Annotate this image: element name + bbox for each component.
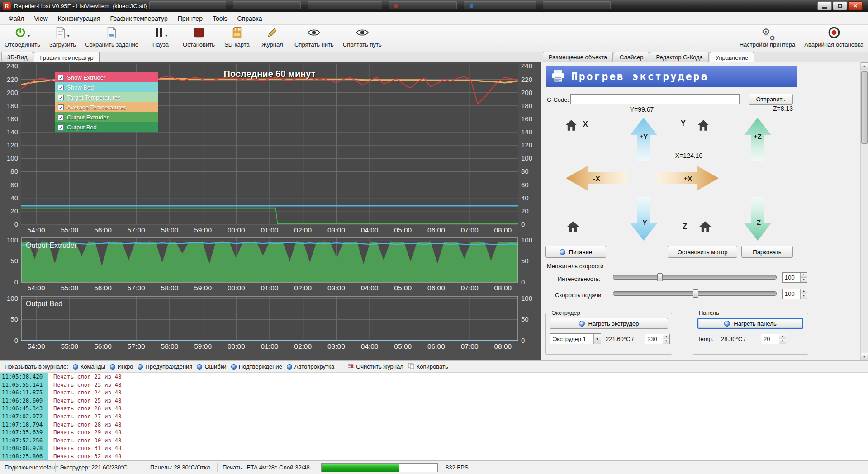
extruder-target-spinner[interactable]: 230▲▼ [645,334,670,344]
slider-thumb[interactable] [657,273,663,281]
checkbox-icon[interactable]: ✓ [58,85,64,90]
flowrate-slider[interactable] [613,273,777,281]
power-button[interactable]: Питание [545,246,606,258]
jog-plus-z-button[interactable]: +Z [744,118,771,161]
spinner-down-icon[interactable]: ▼ [779,339,786,344]
dropdown-arrow-icon[interactable]: ▾ [165,33,167,38]
dropdown-arrow-icon[interactable]: ▾ [67,33,69,38]
jog-minus-z-button[interactable]: -Z [744,197,771,241]
tab-slicer[interactable]: Слайсер [614,52,649,62]
emergency-stop-button[interactable]: Аварийная остановка [804,27,863,48]
home-z-icon[interactable] [699,221,711,232]
stop-button[interactable]: Остановить [183,27,215,48]
save-job-button[interactable]: Сохранить задание [85,27,138,48]
slider-thumb[interactable] [693,289,698,298]
dropdown-arrow-icon[interactable]: ▾ [28,33,30,38]
hide-filament-button[interactable]: Спрятать нить [294,27,334,48]
y-position-label: Y=99.67 [630,106,654,113]
disconnect-button[interactable]: ▾ Отсоединить [5,27,40,48]
legend-item[interactable]: ✓Output Bed [55,122,158,132]
legend-item[interactable]: ✓Show Bed [55,82,158,92]
tab-temp-curve[interactable]: График температур [34,52,99,62]
jog-plus-y-button[interactable]: +Y [630,118,657,161]
menu-printer[interactable]: Принтер [173,13,208,24]
checkbox-icon[interactable]: ✓ [58,104,64,110]
menu-file[interactable]: Файл [4,13,29,24]
checkbox-icon[interactable]: ✓ [58,95,64,100]
spinner-down-icon[interactable]: ▼ [663,339,669,344]
spinner-arrows[interactable]: ▲▼ [800,273,807,282]
chevron-down-icon[interactable]: ▼ [593,334,601,344]
spinner-up-icon[interactable]: ▲ [779,334,786,339]
checkbox-icon[interactable]: ✓ [58,75,64,81]
hide-travel-button[interactable]: Спрятать путь [343,27,382,48]
menu-tools[interactable]: Tools [208,13,232,24]
jog-minus-x-button[interactable]: -X [566,166,627,191]
left-panel: 3D-Вид График температур 002020404060608… [0,52,541,360]
tab-object-placement[interactable]: Размещение объекта [543,52,613,62]
heat-bed-button[interactable]: Нагреть панель [697,318,803,329]
close-button[interactable]: × [848,1,863,10]
jog-plus-x-button[interactable]: +X [657,166,719,191]
checkbox-icon[interactable]: ✓ [58,124,64,130]
spinner-arrows[interactable]: ▲▼ [800,289,807,299]
park-button[interactable]: Парковать [741,246,793,258]
extruder-select[interactable]: Экструдер 1▼ [550,333,601,344]
tab-manual-control[interactable]: Управление [710,52,754,62]
log-filter-button[interactable]: Предупраждения [138,363,192,370]
control-scrollbar[interactable]: ▲ ▼ [860,62,868,360]
gcode-input[interactable] [570,94,740,104]
log-toggle-button[interactable]: Журнал [259,27,285,48]
load-button[interactable]: ▾ Загрузить [49,27,76,48]
spinner-arrows[interactable]: ▲▼ [779,334,786,344]
feedrate-spinner[interactable]: 100▲▼ [782,289,807,299]
svg-text:120: 120 [7,141,18,149]
home-x-icon[interactable] [565,119,578,131]
pause-button[interactable]: ▾ Пауза [147,27,174,48]
tab-gcode-editor[interactable]: Редактор G-Кода [650,52,708,62]
spinner-down-icon[interactable]: ▼ [801,278,807,282]
spinner-arrows[interactable]: ▲▼ [663,334,669,344]
log-filter-button[interactable]: Автопрокрутка [287,363,334,370]
menu-temp-curve[interactable]: График температур [105,13,172,24]
spinner-up-icon[interactable]: ▲ [663,334,669,339]
heat-extruder-button[interactable]: Нагреть экструдер [550,318,668,329]
menu-config[interactable]: Конфигурация [53,13,105,24]
scroll-down-button[interactable]: ▼ [861,353,868,360]
menu-help[interactable]: Справка [232,13,267,24]
clear-log-button[interactable]: Очистить журнал [347,363,403,370]
maximize-button[interactable] [833,1,847,10]
scroll-up-button[interactable]: ▲ [861,62,868,70]
svg-text:56:00: 56:00 [94,342,112,350]
flowrate-spinner[interactable]: 100▲▼ [782,272,807,283]
sd-card-button[interactable]: SD-карта [224,27,250,48]
menu-view[interactable]: View [29,13,52,24]
svg-text:58:00: 58:00 [161,226,179,233]
log-filter-button[interactable]: Ошибки [197,363,226,370]
scrollbar-thumb[interactable] [861,71,868,144]
spinner-down-icon[interactable]: ▼ [801,294,807,299]
legend-item[interactable]: ✓Average Temperatures [55,102,158,112]
svg-text:Output Bed: Output Bed [26,300,62,308]
spinner-up-icon[interactable]: ▲ [801,289,807,294]
jog-minus-y-button[interactable]: -Y [630,197,657,241]
feedrate-slider[interactable] [613,289,777,298]
minimize-button[interactable] [817,1,832,10]
checkbox-icon[interactable]: ✓ [58,114,64,120]
output-bed-chart: 00505010010054:0055:0056:0057:0058:0059:… [0,295,541,351]
legend-item[interactable]: ✓Show Extruder [55,72,158,82]
tab-3d-view[interactable]: 3D-Вид [1,52,33,62]
bed-target-spinner[interactable]: 20▲▼ [761,334,786,344]
send-gcode-button[interactable]: Отправить [749,94,793,105]
spinner-up-icon[interactable]: ▲ [801,273,807,278]
legend-item[interactable]: ✓Output Extruder [55,112,158,122]
home-y-icon[interactable] [697,119,710,131]
home-all-icon[interactable] [567,221,579,232]
log-filter-button[interactable]: Инфо [110,363,133,370]
printer-settings-button[interactable]: ⚙⚙ Настройки принтера [740,27,796,48]
stop-motor-button[interactable]: Остановить мотор [668,246,737,258]
log-filter-button[interactable]: Команды [73,363,105,370]
copy-log-button[interactable]: Копировать [408,363,448,370]
log-filter-button[interactable]: Подтверждение [231,363,282,370]
legend-item[interactable]: ✓Target Temperatures [55,92,158,102]
